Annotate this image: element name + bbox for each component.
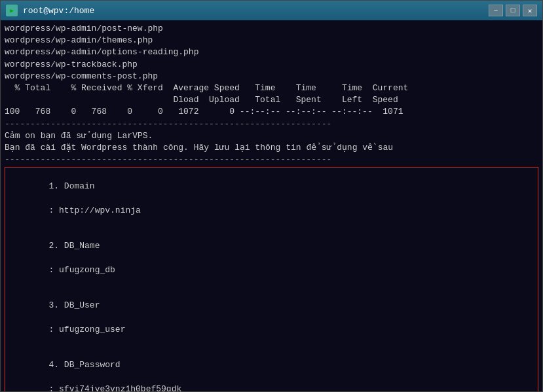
curl-header-1: % Total % Received % Xferd Average Speed…	[5, 82, 538, 94]
domain-value: : http://wpv.ninja	[48, 205, 140, 215]
db-user-value: : ufugzong_user	[48, 325, 125, 334]
curl-data: 100 768 0 768 0 0 1072 0 --:--:-- --:--:…	[5, 106, 538, 118]
titlebar: ▶ root@wpv:/home − □ ✕	[1, 1, 542, 20]
separator-1: ----------------------------------------…	[5, 118, 538, 130]
close-button[interactable]: ✕	[523, 5, 537, 16]
db-pass-label: 4. DB_Password	[48, 360, 120, 370]
db-pass-value: : sfvi74jye3vnz1h0bef59qdk	[48, 384, 181, 391]
terminal-icon: ▶	[6, 5, 18, 16]
db-name-label: 2. DB_Name	[48, 241, 100, 251]
maximize-button[interactable]: □	[506, 5, 520, 16]
db-pass-line: 4. DB_Password : sfvi74jye3vnz1h0bef59qd…	[8, 347, 535, 391]
db-name-value: : ufugzong_db	[48, 265, 115, 275]
file-line-4: wordpress/wp-trackback.php	[5, 59, 538, 71]
file-line-5: wordpress/wp-comments-post.php	[5, 71, 538, 82]
terminal-body[interactable]: wordpress/wp-admin/post-new.php wordpres…	[1, 20, 542, 391]
window-title: root@wpv:/home	[23, 6, 483, 16]
window-controls: − □ ✕	[489, 5, 537, 16]
separator-2: ----------------------------------------…	[5, 154, 538, 166]
info-box: 1. Domain : http://wpv.ninja 2. DB_Name …	[5, 167, 538, 391]
minimize-button[interactable]: −	[489, 5, 503, 16]
db-user-line: 3. DB_User : ufugzong_user	[8, 288, 535, 347]
curl-header-2: Dload Upload Total Spent Left Speed	[5, 94, 538, 106]
db-name-spacer	[48, 253, 74, 263]
file-line-2: wordpress/wp-admin/themes.php	[5, 35, 538, 46]
domain-line: 1. Domain : http://wpv.ninja	[8, 169, 535, 228]
file-line-3: wordpress/wp-admin/options-reading.php	[5, 46, 538, 58]
db-name-line: 2. DB_Name : ufugzong_db	[8, 228, 535, 288]
db-user-label: 3. DB_User	[48, 300, 100, 310]
thank-you-2: Bạn đã cài đặt Wordpress thành công. Hãy…	[5, 142, 538, 154]
file-line-1: wordpress/wp-admin/post-new.php	[5, 23, 538, 35]
thank-you-1: Cảm on bạn đã sử dụng LarVPS.	[5, 130, 538, 142]
domain-label: 1. Domain	[48, 181, 94, 191]
terminal-window: ▶ root@wpv:/home − □ ✕ wordpress/wp-admi…	[0, 0, 543, 392]
domain-spacer	[48, 194, 74, 204]
db-user-spacer	[48, 313, 74, 323]
db-pass-spacer	[48, 372, 54, 382]
